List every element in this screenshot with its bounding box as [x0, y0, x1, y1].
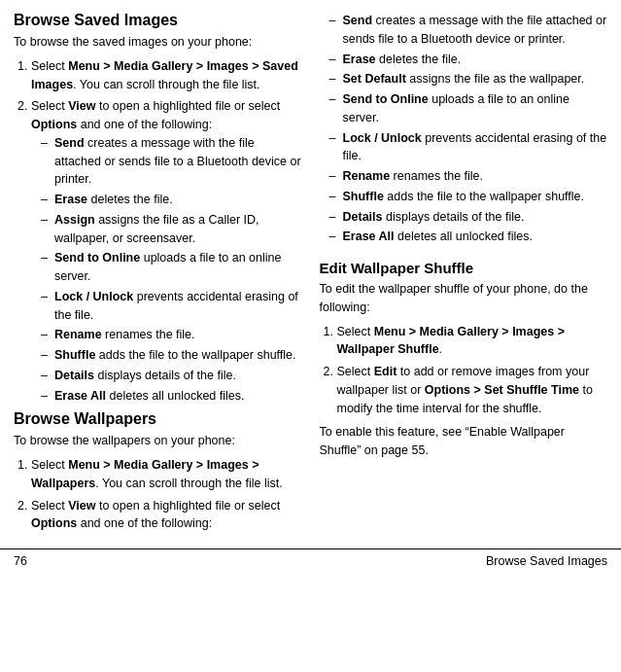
browse-wallpapers-title: Browse Wallpapers: [14, 410, 302, 428]
shuffle-step-1: Select Menu > Media Gallery > Images > W…: [337, 323, 608, 360]
footer: 76 Browse Saved Images: [0, 548, 621, 573]
browse-saved-images-intro: To browse the saved images on your phone…: [14, 33, 302, 52]
right-list-item-erase: Erase deletes the file.: [329, 51, 608, 69]
browse-saved-images-steps: Select Menu > Media Gallery > Images > S…: [31, 57, 302, 406]
edit-wallpaper-shuffle-title: Edit Wallpaper Shuffle: [320, 260, 608, 276]
shuffle-step2-edit: Edit: [374, 365, 397, 378]
right-list-item-lock-unlock: Lock / Unlock prevents accidental erasin…: [329, 129, 608, 166]
browse-saved-images-title: Browse Saved Images: [14, 12, 302, 29]
step2-view: View: [68, 99, 95, 113]
list-item-assign: Assign assigns the file as a Caller ID, …: [41, 211, 302, 248]
browse-wallpapers-intro: To browse the wallpapers on your phone:: [14, 432, 302, 450]
step-1: Select Menu > Media Gallery > Images > S…: [31, 57, 302, 94]
right-list-item-send-online: Send to Online uploads a file to an onli…: [329, 90, 608, 127]
step-2: Select View to open a highlighted file o…: [31, 97, 302, 405]
footer-right-label: Browse Saved Images: [486, 554, 607, 568]
wallpaper-step-2: Select View to open a highlighted file o…: [31, 497, 302, 534]
edit-wallpaper-shuffle-intro: To edit the wallpaper shuffle of your ph…: [320, 280, 608, 317]
list-item-erase: Erase deletes the file.: [41, 191, 302, 209]
right-list-item-details: Details displays details of the file.: [329, 208, 608, 227]
right-list-item-rename: Rename renames the file.: [329, 167, 608, 186]
right-column: Send creates a message with the file att…: [320, 12, 608, 539]
list-item-details: Details displays details of the file.: [41, 367, 302, 385]
list-item-shuffle: Shuffle adds the file to the wallpaper s…: [41, 346, 302, 365]
list-item-send-online: Send to Online uploads a file to an onli…: [41, 249, 302, 286]
shuffle-step1-bold: Menu > Media Gallery > Images > Wallpape…: [337, 325, 565, 357]
page: Browse Saved Images To browse the saved …: [0, 0, 621, 573]
footer-page-number: 76: [14, 554, 27, 568]
step2-options: Options: [31, 118, 77, 131]
main-content: Browse Saved Images To browse the saved …: [0, 0, 621, 548]
right-list-item-shuffle: Shuffle adds the file to the wallpaper s…: [329, 188, 608, 206]
right-list-item-send: Send creates a message with the file att…: [329, 12, 608, 49]
right-list-item-erase-all: Erase All deletes all unlocked files.: [329, 228, 608, 246]
browse-wallpapers-steps: Select Menu > Media Gallery > Images > W…: [31, 456, 302, 533]
shuffle-step2-options: Options > Set Shuffle Time: [425, 383, 579, 397]
right-list-item-set-default: Set Default assigns the file as the wall…: [329, 70, 608, 88]
wallpaper-step2-view: View: [68, 499, 95, 513]
list-item-rename: Rename renames the file.: [41, 326, 302, 344]
wallpaper-step1-bold: Menu > Media Gallery > Images > Wallpape…: [31, 458, 259, 490]
left-column: Browse Saved Images To browse the saved …: [14, 12, 302, 539]
wallpaper-step-1: Select Menu > Media Gallery > Images > W…: [31, 456, 302, 493]
shuffle-note: To enable this feature, see “Enable Wall…: [320, 423, 608, 460]
wallpaper-step2-options: Options: [31, 516, 77, 530]
options-list-right: Send creates a message with the file att…: [329, 12, 608, 246]
step1-bold: Menu > Media Gallery > Images > Saved Im…: [31, 59, 298, 91]
shuffle-step-2: Select Edit to add or remove images from…: [337, 363, 608, 417]
options-list-left: Send creates a message with the file att…: [41, 134, 302, 406]
edit-wallpaper-steps: Select Menu > Media Gallery > Images > W…: [337, 323, 608, 418]
list-item-send: Send creates a message with the file att…: [41, 134, 302, 189]
list-item-lock-unlock: Lock / Unlock prevents accidental erasin…: [41, 288, 302, 325]
list-item-erase-all: Erase All deletes all unlocked files.: [41, 387, 302, 406]
